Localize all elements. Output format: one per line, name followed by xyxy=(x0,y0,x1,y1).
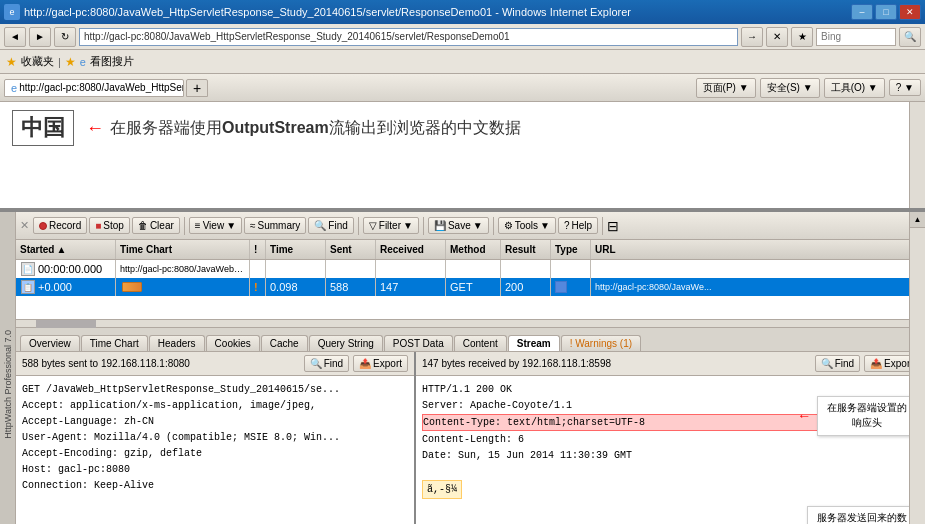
col-started-text: Started xyxy=(20,244,54,255)
hw-detail-find-button[interactable]: 🔍 Find xyxy=(304,355,349,372)
col-header-result[interactable]: Result xyxy=(501,240,551,259)
hw-scroll-thumb[interactable] xyxy=(36,320,96,328)
detail-right-find-label: Find xyxy=(835,358,854,369)
minimize-button[interactable]: – xyxy=(851,4,873,20)
favorites-add-button[interactable]: ★ xyxy=(791,27,813,47)
row1-started-val: 00:00:00.000 xyxy=(38,263,102,275)
search-button[interactable]: 🔍 xyxy=(899,27,921,47)
httpwatch-label: HttpWatch Professional 7.0 xyxy=(3,330,13,439)
ie-page-body: 中国 ← 在服务器端使用OutputStream流输出到浏览器的中文数据 xyxy=(0,102,925,154)
response-line7: ã,-§¼ xyxy=(422,480,462,499)
favorites-label[interactable]: 收藏夹 xyxy=(21,54,54,69)
tab-cache[interactable]: Cache xyxy=(261,335,308,351)
hw-clear-button[interactable]: 🗑 Clear xyxy=(132,217,180,234)
table-row[interactable]: 📋 +0.000 ! 0.098 588 147 GET 200 http://… xyxy=(16,278,925,296)
response-data-annotation: ← 服务器发送回来的数据 xyxy=(807,506,917,524)
response-line1: HTTP/1.1 200 OK xyxy=(422,382,919,397)
row2-sent: 588 xyxy=(326,278,376,296)
fav-item-e-icon: e xyxy=(80,56,86,68)
col-header-method[interactable]: Method xyxy=(446,240,501,259)
ie-icon: e xyxy=(4,4,20,20)
sort-icon: ▲ xyxy=(56,244,66,255)
ie-help-menu[interactable]: ? ▼ xyxy=(889,79,921,96)
ie-toolbar-right: 页面(P) ▼ 安全(S) ▼ 工具(O) ▼ ? ▼ xyxy=(696,78,921,98)
col-header-started[interactable]: Started ▲ xyxy=(16,240,116,259)
hw-detail-export-button[interactable]: 📤 Export xyxy=(353,355,408,372)
httpwatch-sidebar: HttpWatch Professional 7.0 xyxy=(0,212,16,524)
hw-record-button[interactable]: Record xyxy=(33,217,87,234)
hw-summary-button[interactable]: ≈ Summary xyxy=(244,217,306,234)
request-line6: Host: gacl-pc:8080 xyxy=(22,462,408,477)
address-bar: ◄ ► ↻ → ✕ ★ 🔍 xyxy=(0,24,925,50)
ie-scrollbar[interactable] xyxy=(909,102,925,208)
hw-view-button[interactable]: ≡ View ▼ xyxy=(189,217,242,234)
hw-records-panel: Started ▲ Time Chart ! Time Sent Receive… xyxy=(16,240,925,320)
hw-clear-label: Clear xyxy=(150,220,174,231)
col-header-time[interactable]: Time xyxy=(266,240,326,259)
tab-warnings[interactable]: ! Warnings (1) xyxy=(561,335,641,351)
hw-find-button[interactable]: 🔍 Find xyxy=(308,217,353,234)
forward-button[interactable]: ► xyxy=(29,27,51,47)
tab-stream[interactable]: Stream xyxy=(508,335,560,351)
fav-icon: ★ xyxy=(65,55,76,69)
ie-tab-icon: e xyxy=(11,82,17,94)
col-header-url[interactable]: URL xyxy=(591,240,925,259)
row1-method xyxy=(446,260,501,278)
hw-horizontal-scrollbar[interactable] xyxy=(16,320,925,328)
tab-overview[interactable]: Overview xyxy=(20,335,80,351)
search-input[interactable] xyxy=(816,28,896,46)
close-button[interactable]: ✕ xyxy=(899,4,921,20)
ie-tab-active[interactable]: e http://gacl-pc:8080/JavaWeb_HttpServle… xyxy=(4,79,184,97)
hw-stop-button[interactable]: ■ Stop xyxy=(89,217,130,234)
hw-stop-label: Stop xyxy=(103,220,124,231)
go-button[interactable]: → xyxy=(741,27,763,47)
ie-security-menu[interactable]: 安全(S) ▼ xyxy=(760,78,820,98)
col-header-type[interactable]: Type xyxy=(551,240,591,259)
scroll-up-button[interactable]: ▲ xyxy=(910,212,925,228)
address-input[interactable] xyxy=(79,28,738,46)
ie-page-menu[interactable]: 页面(P) ▼ xyxy=(696,78,756,98)
ie-tools-menu[interactable]: 工具(O) ▼ xyxy=(824,78,885,98)
hw-detail-left-content: GET /JavaWeb_HttpServletResponse_Study_2… xyxy=(16,376,414,524)
hw-save-button[interactable]: 💾 Save ▼ xyxy=(428,217,489,234)
stop-icon: ■ xyxy=(95,220,101,231)
tab-headers[interactable]: Headers xyxy=(149,335,205,351)
hw-filter-button[interactable]: ▽ Filter ▼ xyxy=(363,217,419,234)
maximize-button[interactable]: □ xyxy=(875,4,897,20)
ie-tab-text: http://gacl-pc:8080/JavaWeb_HttpServletR… xyxy=(19,82,184,93)
hw-vertical-scrollbar[interactable]: ▲ ▼ xyxy=(909,212,925,524)
col-header-timechart[interactable]: Time Chart xyxy=(116,240,250,259)
hw-save-label: Save xyxy=(448,220,471,231)
row2-result: 200 xyxy=(501,278,551,296)
fav-item-1[interactable]: 看图搜片 xyxy=(90,54,134,69)
col-header-excl[interactable]: ! xyxy=(250,240,266,259)
annotation-arrow-icon: ← xyxy=(86,118,104,139)
annotation-arrow-left2: ← xyxy=(800,406,808,427)
hw-help-button[interactable]: ? Help xyxy=(558,217,598,234)
hw-detail-right-find-button[interactable]: 🔍 Find xyxy=(815,355,860,372)
table-row[interactable]: 📄 00:00:00.000 http://gacl-pc:8080/JavaW… xyxy=(16,260,925,278)
tab-timechart[interactable]: Time Chart xyxy=(81,335,148,351)
clear-icon: 🗑 xyxy=(138,220,148,231)
find-icon: 🔍 xyxy=(314,220,326,231)
annotation-arrow-left3: ← xyxy=(790,516,798,525)
tools-icon: ⚙ xyxy=(504,220,513,231)
ie-tab-new[interactable]: + xyxy=(186,79,208,97)
tab-querystring[interactable]: Query String xyxy=(309,335,383,351)
hw-dock-button[interactable]: ⊟ xyxy=(607,218,619,234)
row2-started: 📋 +0.000 xyxy=(16,278,116,296)
col-header-sent[interactable]: Sent xyxy=(326,240,376,259)
favorites-star-icon: ★ xyxy=(6,55,17,69)
hw-tools-button[interactable]: ⚙ Tools ▼ xyxy=(498,217,556,234)
col-header-received[interactable]: Received xyxy=(376,240,446,259)
back-button[interactable]: ◄ xyxy=(4,27,26,47)
refresh-button[interactable]: ↻ xyxy=(54,27,76,47)
row2-timebar xyxy=(122,282,142,292)
stop-navigate-button[interactable]: ✕ xyxy=(766,27,788,47)
tab-postdata[interactable]: POST Data xyxy=(384,335,453,351)
filter-dropdown-icon: ▼ xyxy=(403,220,413,231)
request-line7: Connection: Keep-Alive xyxy=(22,478,408,493)
tab-cookies[interactable]: Cookies xyxy=(206,335,260,351)
tab-content[interactable]: Content xyxy=(454,335,507,351)
annotation-suffix: 流输出到浏览器的中文数据 xyxy=(329,119,521,136)
